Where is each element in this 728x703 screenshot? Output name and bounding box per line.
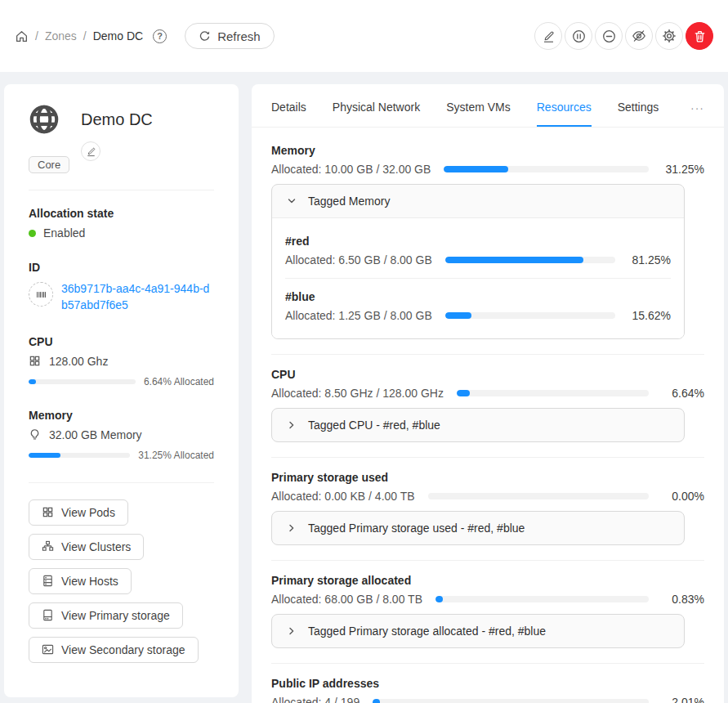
view-secondary-storage-button[interactable]: View Secondary storage [29, 637, 199, 663]
tab-system-vms[interactable]: System VMs [446, 89, 511, 127]
delete-icon [693, 29, 707, 43]
resource-progress-bar [457, 390, 649, 396]
tagged-resource-name: #blue [285, 290, 671, 303]
edit-icon [86, 146, 96, 157]
tab-physical-network[interactable]: Physical Network [333, 89, 420, 127]
memory-allocated-text: 31.25% Allocated [138, 450, 214, 461]
tagged-collapse-panel: Tagged Memory #red Allocated: 6.50 GB / … [271, 184, 685, 339]
resource-allocated-text: Allocated: 8.50 GHz / 128.00 GHz [271, 387, 444, 400]
resource-section: Public IP addresses Allocated: 4 / 199 2… [271, 663, 704, 703]
secondary-storage-icon [42, 643, 54, 656]
pause-circle-icon [572, 29, 586, 43]
breadcrumb: / Zones / Demo DC ? [15, 29, 167, 43]
cpu-label: CPU [29, 335, 214, 348]
resource-percent: 6.64% [662, 387, 704, 400]
view-pods-button[interactable]: View Pods [29, 499, 128, 526]
hosts-icon [42, 575, 54, 587]
zone-settings-button[interactable] [655, 22, 683, 50]
resource-section: Primary storage allocated Allocated: 68.… [271, 560, 704, 648]
eye-invisible-icon [632, 29, 646, 43]
refresh-button[interactable]: Refresh [185, 23, 275, 49]
status-dot [29, 230, 36, 237]
resource-allocated-text: Allocated: 1.25 GB / 8.00 GB [285, 309, 432, 322]
header-action-bar [534, 22, 713, 50]
main-area: Demo DC Core Allocation state Enabled ID… [0, 72, 728, 703]
cpu-icon [29, 355, 41, 367]
zone-summary-card: Demo DC Core Allocation state Enabled ID… [4, 84, 239, 697]
edit-zone-button[interactable] [534, 22, 562, 50]
tagged-resource-item: #red Allocated: 6.50 GB / 8.00 GB 81.25% [285, 223, 671, 278]
view-buttons-group: View Pods View Clusters View Hosts View … [29, 499, 214, 663]
tagged-collapse-label: Tagged CPU - #red, #blue [308, 419, 440, 432]
view-hosts-button[interactable]: View Hosts [29, 568, 132, 594]
tagged-collapse-label: Tagged Memory [308, 195, 390, 208]
tab-details[interactable]: Details [271, 89, 306, 127]
zone-memory-section: Memory 32.00 GB Memory 31.25% Allocated [29, 409, 214, 461]
disable-zone-button[interactable] [565, 22, 592, 50]
tagged-resource-item: #blue Allocated: 1.25 GB / 8.00 GB 15.62… [285, 278, 671, 334]
globe-icon [29, 104, 60, 135]
view-primary-storage-button[interactable]: View Primary storage [29, 602, 183, 629]
home-link[interactable] [15, 29, 29, 43]
primary-storage-icon [42, 609, 54, 621]
resource-section-title: Primary storage allocated [271, 574, 704, 587]
shutdown-zone-button[interactable] [595, 22, 623, 50]
resource-progress-bar [445, 312, 615, 319]
tagged-collapse-header[interactable]: Tagged Primary storage used - #red, #blu… [272, 512, 684, 544]
breadcrumb-zones-link[interactable]: Zones [45, 29, 77, 43]
resource-allocated-text: Allocated: 6.50 GB / 8.00 GB [285, 253, 432, 266]
zone-name: Demo DC [81, 110, 153, 129]
resource-percent: 15.62% [628, 309, 671, 322]
resources-panel: Memory Allocated: 10.00 GB / 32.00 GB 31… [252, 128, 724, 703]
memory-label: Memory [29, 409, 214, 422]
zone-type-tag: Core [29, 156, 69, 173]
edit-tags-button[interactable] [81, 141, 100, 161]
chevron-right-icon [287, 626, 297, 636]
tagged-collapse-header[interactable]: Tagged Memory [272, 185, 684, 217]
allocation-state-label: Allocation state [29, 207, 214, 220]
chevron-right-icon [287, 420, 297, 430]
resource-progress-bar [444, 166, 649, 172]
resource-percent: 0.83% [662, 593, 704, 606]
divider [29, 482, 214, 483]
view-clusters-button[interactable]: View Clusters [29, 534, 144, 560]
chevron-right-icon [287, 523, 297, 533]
hide-zone-button[interactable] [625, 22, 653, 50]
zone-id-label: ID [29, 261, 214, 274]
tab-resources[interactable]: Resources [537, 89, 592, 127]
delete-zone-button[interactable] [686, 22, 713, 50]
zone-id-link[interactable]: 36b9717b-aa4c-4a91-944b-db57abd7f6e5 [61, 280, 214, 314]
resource-section: Primary storage used Allocated: 0.00 KB … [271, 457, 704, 545]
resource-progress-bar [428, 493, 649, 499]
zone-id-section: ID 36b9717b-aa4c-4a91-944b-db57abd7f6e5 [29, 261, 214, 314]
tagged-collapse-panel: Tagged Primary storage allocated - #red,… [271, 614, 685, 648]
zone-detail-card: DetailsPhysical NetworkSystem VMsResourc… [252, 84, 724, 703]
resource-allocated-text: Allocated: 4 / 199 [271, 696, 360, 703]
tab-settings[interactable]: Settings [618, 89, 659, 127]
memory-progress-bar [29, 453, 130, 458]
cpu-allocated-text: 6.64% Allocated [144, 376, 214, 387]
page-header: / Zones / Demo DC ? Refresh [0, 0, 728, 72]
resource-percent: 31.25% [662, 163, 704, 176]
refresh-icon [199, 30, 211, 43]
tagged-collapse-label: Tagged Primary storage allocated - #red,… [308, 625, 546, 638]
tagged-collapse-body: #red Allocated: 6.50 GB / 8.00 GB 81.25%… [272, 217, 684, 338]
pods-icon [42, 506, 54, 518]
resource-percent: 2.01% [662, 696, 704, 703]
resource-section: CPU Allocated: 8.50 GHz / 128.00 GHz 6.6… [271, 354, 704, 442]
divider [29, 190, 214, 190]
home-icon [15, 29, 29, 43]
question-circle-icon[interactable]: ? [153, 29, 167, 43]
resource-progress-bar [435, 596, 649, 602]
settings-icon [662, 29, 677, 43]
tagged-collapse-label: Tagged Primary storage used - #red, #blu… [308, 522, 525, 535]
barcode-icon [29, 282, 53, 307]
zone-cpu-section: CPU 128.00 Ghz 6.64% Allocated [29, 335, 214, 387]
memory-capacity-value: 32.00 GB Memory [49, 428, 142, 441]
tagged-collapse-header[interactable]: Tagged CPU - #red, #blue [272, 409, 684, 441]
refresh-label: Refresh [217, 29, 261, 43]
resource-section-title: Primary storage used [271, 471, 704, 484]
tagged-collapse-header[interactable]: Tagged Primary storage allocated - #red,… [272, 615, 684, 647]
clusters-icon [42, 540, 54, 553]
tab-overflow-ellipsis[interactable]: ··· [690, 90, 704, 126]
